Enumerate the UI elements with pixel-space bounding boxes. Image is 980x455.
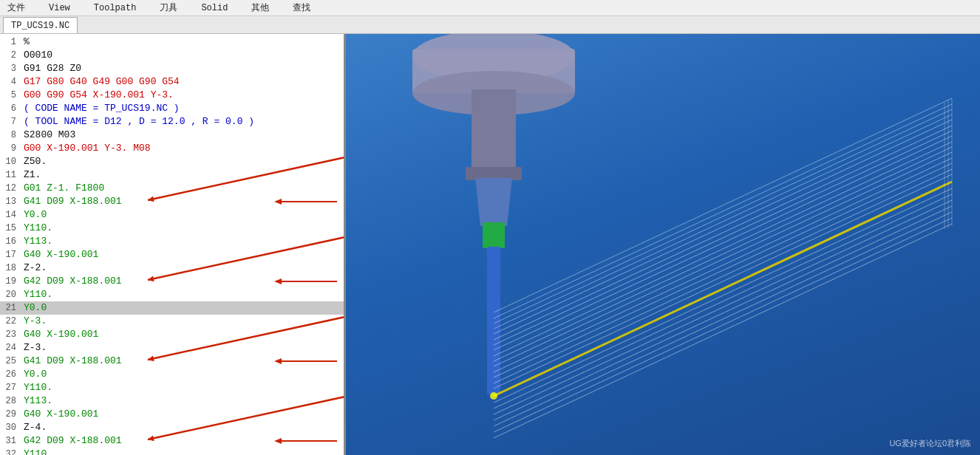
svg-marker-21: [475, 178, 512, 226]
svg-rect-19: [472, 89, 516, 178]
code-line: 1%: [0, 35, 344, 49]
code-line: 4G17 G80 G40 G49 G00 G90 G54: [0, 75, 344, 89]
svg-line-43: [494, 224, 952, 438]
svg-line-30: [494, 152, 952, 366]
code-line: 2O0010: [0, 49, 344, 62]
code-line: 19G42 D09 X-188.001: [0, 275, 344, 288]
svg-line-46: [494, 104, 952, 318]
svg-line-28: [494, 163, 952, 377]
code-line: 16Y113.: [0, 235, 344, 248]
code-line: 26Y0.0: [0, 368, 344, 381]
code-line: 3G91 G28 Z0: [0, 62, 344, 75]
svg-line-39: [494, 200, 952, 414]
svg-line-33: [494, 136, 952, 350]
svg-line-31: [494, 147, 952, 361]
menu-toolpath[interactable]: Toolpath: [89, 1, 141, 15]
svg-line-41: [494, 212, 952, 426]
code-line: 29G40 X-190.001: [0, 408, 344, 421]
code-line: 28Y113.: [0, 394, 344, 408]
code-line: 6( CODE NAME = TP_UCS19.NC ): [0, 102, 344, 115]
svg-line-47: [494, 98, 952, 312]
code-line: 7( TOOL NAME = D12 , D = 12.0 , R = 0.0 …: [0, 115, 344, 129]
code-panel[interactable]: 1%2O00103G91 G28 Z04G17 G80 G40 G49 G00 …: [0, 34, 346, 455]
svg-rect-22: [483, 222, 505, 248]
code-line: 17G40 X-190.001: [0, 248, 344, 261]
menu-find[interactable]: 查找: [288, 0, 315, 16]
code-line: 21Y0.0: [0, 301, 344, 315]
watermark: UG爱好者论坛0君利陈: [889, 438, 971, 449]
svg-line-29: [494, 158, 952, 372]
code-line: 20Y110.: [0, 288, 344, 301]
menu-view[interactable]: View: [44, 1, 75, 15]
svg-line-32: [494, 142, 952, 356]
code-line: 13G41 D09 X-188.001: [0, 195, 344, 208]
menu-file[interactable]: 文件: [3, 0, 30, 16]
code-line: 25G41 D09 X-188.001: [0, 355, 344, 368]
code-line: 12G01 Z-1. F1800: [0, 182, 344, 195]
code-line: 27Y110.: [0, 381, 344, 394]
svg-line-37: [494, 188, 952, 403]
svg-line-26: [494, 174, 952, 389]
code-line: 18Z-2.: [0, 261, 344, 275]
code-line: 30Z-4.: [0, 421, 344, 434]
code-line: 5G00 G90 G54 X-190.001 Y-3.: [0, 89, 344, 102]
tab-bar: TP_UCS19.NC: [0, 16, 980, 34]
svg-line-34: [494, 131, 952, 345]
svg-line-44: [494, 114, 952, 329]
menu-tool[interactable]: 刀具: [155, 0, 182, 16]
svg-point-48: [490, 392, 497, 400]
menu-other[interactable]: 其他: [247, 0, 273, 16]
code-lines: 1%2O00103G91 G28 Z04G17 G80 G40 G49 G00 …: [0, 34, 344, 455]
svg-line-35: [494, 126, 952, 340]
code-line: 23G40 X-190.001: [0, 328, 344, 341]
svg-line-27: [494, 169, 952, 383]
menu-solid[interactable]: Solid: [197, 1, 232, 15]
code-line: 10Z50.: [0, 155, 344, 168]
code-line: 14Y0.0: [0, 208, 344, 222]
svg-line-40: [494, 206, 952, 420]
svg-line-45: [494, 109, 952, 324]
code-line: 32Y110.: [0, 448, 344, 455]
svg-line-36: [494, 120, 952, 334]
menu-bar: 文件 View Toolpath 刀具 Solid 其他 查找: [0, 0, 980, 16]
code-line: 11Z1.: [0, 168, 344, 182]
file-tab[interactable]: TP_UCS19.NC: [3, 17, 78, 33]
code-line: 15Y110.: [0, 222, 344, 235]
code-line: 8S2800 M03: [0, 129, 344, 142]
code-line: 9G00 X-190.001 Y-3. M08: [0, 142, 344, 155]
code-line: 24Z-3.: [0, 341, 344, 355]
3d-viewport[interactable]: UG爱好者论坛0君利陈: [346, 34, 980, 455]
code-line: 22Y-3.: [0, 315, 344, 328]
scene-svg: [346, 34, 980, 455]
svg-line-25: [494, 182, 952, 396]
svg-line-38: [494, 194, 952, 408]
main-content: 1%2O00103G91 G28 Z04G17 G80 G40 G49 G00 …: [0, 34, 980, 455]
svg-line-42: [494, 218, 952, 432]
code-line: 31G42 D09 X-188.001: [0, 434, 344, 448]
